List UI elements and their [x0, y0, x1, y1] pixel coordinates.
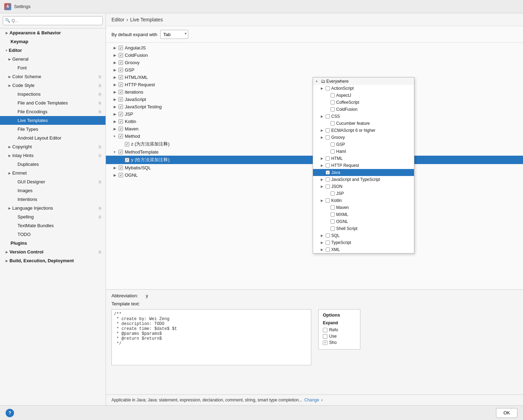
sidebar-item-copyright[interactable]: ▶Copyright⎘ — [0, 142, 106, 151]
popup-checkbox-xml[interactable] — [326, 248, 330, 252]
dropdown-item-css[interactable]: ▶CSS — [313, 113, 414, 120]
tree-checkbox-javascript-testing[interactable] — [118, 104, 123, 109]
ok-button[interactable]: OK — [496, 408, 517, 418]
sidebar-item-language-injections[interactable]: ▶Language Injections⎘ — [0, 204, 106, 212]
dropdown-item-actionscript[interactable]: ▶ActionScript — [313, 85, 414, 92]
tree-checkbox-http-request[interactable] — [118, 82, 123, 87]
popup-checkbox-javascript-and-typescript[interactable] — [326, 177, 330, 182]
dropdown-item-coffeescript[interactable]: CoffeeScript — [313, 99, 414, 106]
sidebar-item-build-execution[interactable]: ▶Build, Execution, Deployment — [0, 256, 106, 265]
sidebar-item-file-types[interactable]: File Types — [0, 125, 106, 134]
dropdown-item-haml[interactable]: Haml — [313, 148, 414, 155]
sidebar-item-code-style[interactable]: ▶Code Style⎘ — [0, 81, 106, 90]
tree-item-coldfusion[interactable]: ▶ColdFusion — [106, 52, 523, 59]
tree-checkbox-kotlin[interactable] — [118, 119, 123, 124]
popup-checkbox-jsp[interactable] — [331, 191, 335, 196]
option-sho-checkbox[interactable] — [323, 340, 327, 345]
sidebar-item-duplicates[interactable]: Duplicates — [0, 160, 106, 169]
popup-checkbox-sql[interactable] — [326, 233, 330, 238]
option-refo-checkbox[interactable] — [323, 328, 327, 332]
sidebar-item-emmet[interactable]: ▶Emmet — [0, 169, 106, 177]
popup-checkbox-css[interactable] — [326, 114, 330, 118]
expand-select[interactable]: Tab Enter Space — [160, 30, 188, 39]
dropdown-item-coldfusion[interactable]: ColdFusion — [313, 106, 414, 113]
popup-checkbox-coffeescript[interactable] — [331, 100, 335, 104]
tree-checkbox-html-xml[interactable] — [118, 75, 123, 80]
popup-checkbox-ecmascript-6-or-higher[interactable] — [326, 128, 330, 133]
dropdown-item-cucumber-feature[interactable]: Cucumber feature — [313, 120, 414, 127]
sidebar-item-todo[interactable]: TODO — [0, 230, 106, 239]
popup-checkbox-json[interactable] — [326, 184, 330, 189]
tree-checkbox-mybatis-sql[interactable] — [118, 165, 123, 170]
dropdown-item-mxml[interactable]: MXML — [313, 211, 414, 218]
sidebar-item-gui-designer[interactable]: GUI Designer⎘ — [0, 177, 106, 186]
popup-checkbox-gsp[interactable] — [331, 142, 335, 147]
sidebar-item-android-layout[interactable]: Android Layout Editor — [0, 134, 106, 142]
popup-checkbox-haml[interactable] — [331, 149, 335, 154]
dropdown-item-javascript-and-typescript[interactable]: ▶JavaScript and TypeScript — [313, 176, 414, 183]
dropdown-item-maven[interactable]: Maven — [313, 204, 414, 211]
sidebar-item-plugins[interactable]: Plugins — [0, 239, 106, 248]
tree-checkbox-method-template-y[interactable] — [125, 158, 129, 162]
change-link[interactable]: Change — [304, 398, 319, 402]
sidebar-item-keymap[interactable]: Keymap — [0, 37, 106, 46]
dropdown-item-sql[interactable]: ▶SQL — [313, 232, 414, 239]
tree-checkbox-method-template[interactable] — [118, 150, 123, 154]
dropdown-item-kotlin[interactable]: ▶Kotlin — [313, 197, 414, 204]
sidebar-item-live-templates[interactable]: Live Templates — [0, 116, 106, 125]
popup-checkbox-http-request[interactable] — [326, 163, 330, 168]
sidebar-item-images[interactable]: Images — [0, 186, 106, 195]
popup-checkbox-coldfusion[interactable] — [331, 107, 335, 111]
dropdown-item-json[interactable]: ▶JSON — [313, 183, 414, 190]
sidebar-item-editor[interactable]: ▾Editor — [0, 46, 106, 55]
template-textarea[interactable]: /** * create by: Wei Zeng * description:… — [111, 309, 311, 365]
tree-checkbox-angularjs[interactable] — [118, 46, 123, 50]
sidebar-item-textmate-bundles[interactable]: TextMate Bundles — [0, 221, 106, 230]
sidebar-item-version-control[interactable]: ▶Version Control⎘ — [0, 248, 106, 256]
tree-checkbox-jsp[interactable] — [118, 112, 123, 116]
dropdown-item-groovy[interactable]: ▶Groovy — [313, 134, 414, 141]
popup-checkbox-groovy[interactable] — [326, 135, 330, 140]
popup-checkbox-html[interactable] — [326, 156, 330, 161]
tree-checkbox-maven[interactable] — [118, 127, 123, 131]
dropdown-item-java[interactable]: Java — [313, 169, 414, 176]
help-button[interactable]: ? — [6, 409, 14, 417]
popup-checkbox-shell-script[interactable] — [331, 226, 335, 231]
tree-checkbox-method[interactable] — [118, 134, 123, 138]
search-input[interactable] — [3, 16, 103, 25]
dropdown-item-aspectj[interactable]: AspectJ — [313, 92, 414, 99]
tree-checkbox-groovy[interactable] — [118, 60, 123, 65]
dropdown-item-shell-script[interactable]: Shell Script — [313, 225, 414, 232]
popup-checkbox-actionscript[interactable] — [326, 86, 330, 90]
tree-checkbox-iterations[interactable] — [118, 90, 123, 94]
sidebar-item-file-encodings[interactable]: File Encodings⎘ — [0, 107, 106, 116]
tree-item-gsp[interactable]: ▶GSP — [106, 66, 523, 74]
dropdown-item-xml[interactable]: ▶XML — [313, 246, 414, 253]
sidebar-item-intentions[interactable]: Intentions — [0, 195, 106, 204]
tree-item-angularjs[interactable]: ▶AngularJS — [106, 44, 523, 52]
popup-checkbox-aspectj[interactable] — [331, 93, 335, 97]
popup-checkbox-kotlin[interactable] — [326, 198, 330, 203]
popup-checkbox-maven[interactable] — [331, 205, 335, 210]
dropdown-item-html[interactable]: ▶HTML — [313, 155, 414, 162]
sidebar-item-appearance[interactable]: ▶Appearance & Behavior — [0, 28, 106, 37]
popup-checkbox-ognl[interactable] — [331, 219, 335, 224]
sidebar-item-color-scheme[interactable]: ▶Color Scheme⎘ — [0, 72, 106, 81]
dropdown-item-typescript[interactable]: ▶TypeScript — [313, 239, 414, 246]
tree-checkbox-method-z[interactable] — [125, 142, 129, 147]
popup-checkbox-cucumber-feature[interactable] — [331, 121, 335, 126]
sidebar-item-inspections[interactable]: Inspections⎘ — [0, 90, 106, 99]
sidebar-item-spelling[interactable]: Spelling⎘ — [0, 212, 106, 221]
dropdown-everywhere-header[interactable]: ▾ 🗂 Everywhere — [313, 77, 414, 85]
sidebar-item-general[interactable]: ▶General — [0, 55, 106, 63]
tree-checkbox-ognl[interactable] — [118, 173, 123, 177]
tree-checkbox-javascript[interactable] — [118, 97, 123, 102]
dropdown-item-gsp[interactable]: GSP — [313, 141, 414, 148]
tree-checkbox-coldfusion[interactable] — [118, 53, 123, 57]
popup-checkbox-typescript[interactable] — [326, 241, 330, 245]
tree-item-groovy[interactable]: ▶Groovy — [106, 59, 523, 66]
dropdown-item-http-request[interactable]: ▶HTTP Request — [313, 162, 414, 169]
popup-checkbox-java[interactable] — [326, 170, 330, 175]
dropdown-item-jsp[interactable]: JSP — [313, 190, 414, 197]
sidebar-item-file-code-templates[interactable]: File and Code Templates⎘ — [0, 99, 106, 107]
